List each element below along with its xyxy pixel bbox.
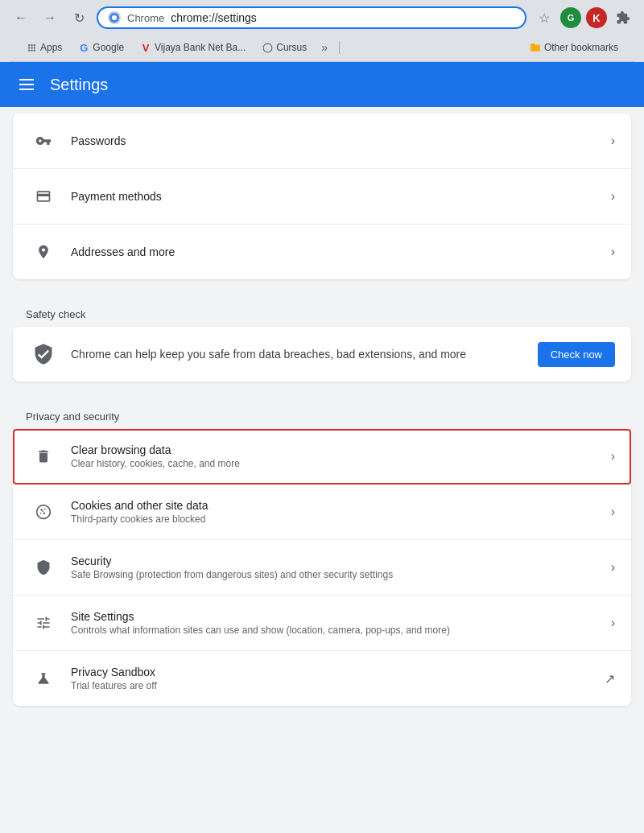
clear-browsing-row[interactable]: Clear browsing data Clear history, cooki…: [13, 429, 631, 485]
vijaya-label: Vijaya Bank Net Ba...: [155, 42, 246, 53]
privacy-sandbox-subtitle: Trial features are off: [71, 680, 605, 691]
vijaya-icon: V: [140, 42, 151, 53]
cookies-arrow: ›: [611, 505, 615, 519]
back-button[interactable]: ←: [10, 6, 32, 29]
extensions-button[interactable]: [612, 6, 634, 29]
security-content: Security Safe Browsing (protection from …: [71, 555, 611, 580]
google-account-icon[interactable]: G: [560, 7, 581, 28]
site-settings-title: Site Settings: [71, 610, 611, 623]
star-button[interactable]: ☆: [533, 6, 555, 29]
safety-check-description: Chrome can help keep you safe from data …: [71, 348, 525, 361]
check-now-button[interactable]: Check now: [538, 342, 615, 367]
cookie-icon: [29, 497, 58, 526]
svg-point-4: [40, 509, 43, 511]
passwords-arrow: ›: [611, 134, 615, 148]
more-bookmarks[interactable]: »: [316, 39, 332, 56]
svg-point-8: [42, 510, 43, 512]
safety-check-card: Chrome can help keep you safe from data …: [13, 327, 631, 381]
bookmark-google[interactable]: G Google: [72, 39, 130, 56]
other-bookmarks-label: Other bookmarks: [544, 42, 618, 53]
svg-point-7: [43, 512, 46, 514]
cookies-content: Cookies and other site data Third-party …: [71, 499, 611, 525]
bookmark-separator: [339, 41, 340, 54]
sliders-icon: [29, 608, 58, 637]
svg-point-6: [40, 513, 42, 514]
address-bar[interactable]: Chrome chrome://settings: [97, 6, 526, 29]
cursus-icon: [262, 42, 273, 53]
payment-row[interactable]: Payment methods ›: [13, 169, 631, 225]
security-shield-icon: [29, 553, 58, 582]
bottom-spacer: [0, 719, 644, 767]
forward-button[interactable]: →: [39, 6, 61, 29]
payment-content: Payment methods: [71, 190, 611, 203]
bookmark-apps[interactable]: Apps: [19, 39, 68, 56]
addresses-arrow: ›: [611, 245, 615, 259]
autofill-card: Passwords › Payment methods › Addresses …: [13, 113, 631, 279]
url-text: chrome://settings: [171, 11, 515, 24]
trash-icon: [29, 442, 58, 471]
addresses-title: Addresses and more: [71, 245, 611, 258]
addresses-row[interactable]: Addresses and more ›: [13, 225, 631, 279]
security-subtitle: Safe Browsing (protection from dangerous…: [71, 569, 611, 580]
clear-browsing-arrow: ›: [611, 449, 615, 464]
safety-check-section-title: Safety check: [0, 292, 644, 327]
svg-point-3: [37, 505, 51, 519]
privacy-sandbox-title: Privacy Sandbox: [71, 666, 605, 678]
passwords-row[interactable]: Passwords ›: [13, 113, 631, 169]
clear-browsing-content: Clear browsing data Clear history, cooki…: [71, 443, 611, 469]
settings-header: Settings: [0, 62, 644, 107]
settings-content: Passwords › Payment methods › Addresses …: [0, 107, 644, 767]
site-favicon: [108, 11, 121, 24]
shield-check-icon: [29, 340, 58, 369]
privacy-sandbox-content: Privacy Sandbox Trial features are off: [71, 666, 605, 691]
flask-icon: [29, 664, 58, 693]
cookies-subtitle: Third-party cookies are blocked: [71, 513, 611, 525]
key-icon: [29, 126, 58, 155]
pin-icon: [29, 237, 58, 266]
reload-button[interactable]: ↻: [68, 6, 90, 29]
payment-arrow: ›: [611, 189, 615, 204]
settings-title: Settings: [50, 76, 108, 94]
profile-button[interactable]: K: [586, 7, 607, 28]
security-title: Security: [71, 555, 611, 567]
folder-icon: [530, 42, 541, 53]
site-settings-arrow: ›: [611, 616, 615, 630]
passwords-content: Passwords: [71, 134, 611, 147]
payment-title: Payment methods: [71, 190, 611, 203]
addresses-content: Addresses and more: [71, 245, 611, 258]
site-name-label: Chrome: [127, 12, 164, 24]
card-icon: [29, 182, 58, 211]
bookmark-vijaya[interactable]: V Vijaya Bank Net Ba...: [134, 39, 252, 56]
bookmark-folder-other[interactable]: Other bookmarks: [523, 39, 625, 56]
hamburger-menu[interactable]: [16, 76, 37, 93]
privacy-section-title: Privacy and security: [0, 394, 644, 429]
svg-point-5: [44, 509, 46, 510]
passwords-title: Passwords: [71, 134, 611, 147]
cookies-row[interactable]: Cookies and other site data Third-party …: [13, 485, 631, 540]
privacy-sandbox-row[interactable]: Privacy Sandbox Trial features are off ↗: [13, 651, 631, 706]
google-label: Google: [93, 42, 124, 53]
apps-label: Apps: [40, 42, 62, 53]
apps-grid-icon: [26, 42, 37, 53]
privacy-card: Clear browsing data Clear history, cooki…: [13, 429, 631, 706]
svg-point-2: [263, 43, 272, 52]
external-link-icon: ↗: [605, 671, 615, 687]
google-icon: G: [78, 42, 89, 53]
bookmark-cursus[interactable]: Cursus: [255, 39, 313, 56]
cookies-title: Cookies and other site data: [71, 499, 611, 512]
security-row[interactable]: Security Safe Browsing (protection from …: [13, 540, 631, 596]
clear-browsing-title: Clear browsing data: [71, 443, 611, 456]
site-settings-subtitle: Controls what information sites can use …: [71, 625, 611, 636]
cursus-label: Cursus: [276, 42, 307, 53]
site-settings-content: Site Settings Controls what information …: [71, 610, 611, 636]
bookmarks-bar: Apps G Google V Vijaya Bank Net Ba... Cu…: [10, 35, 634, 62]
svg-point-1: [112, 15, 117, 20]
security-arrow: ›: [611, 560, 615, 575]
clear-browsing-subtitle: Clear history, cookies, cache, and more: [71, 458, 611, 469]
site-settings-row[interactable]: Site Settings Controls what information …: [13, 596, 631, 651]
